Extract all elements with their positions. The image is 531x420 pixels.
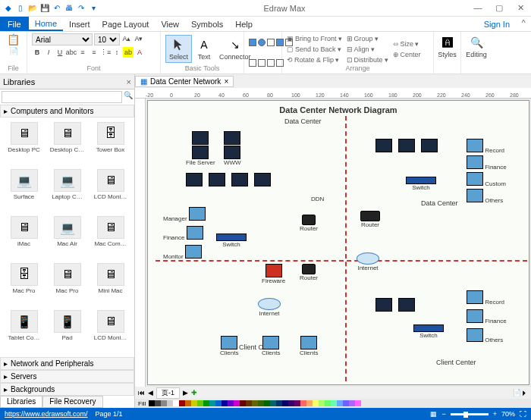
shape-item[interactable]: 📱Pad bbox=[46, 309, 88, 354]
minimize-button[interactable]: — bbox=[470, 3, 485, 13]
shape-item[interactable]: 🖥Desktop C… bbox=[46, 121, 88, 166]
signin-link[interactable]: Sign In bbox=[478, 17, 516, 31]
shape-item[interactable]: 🖥iMac bbox=[3, 215, 45, 260]
color-swatch[interactable] bbox=[270, 400, 276, 406]
add-page-icon[interactable]: ✚ bbox=[191, 389, 197, 396]
category-backgrounds[interactable]: ▸ Backgrounds bbox=[0, 383, 134, 396]
underline-button[interactable]: U bbox=[55, 47, 65, 58]
color-swatch[interactable] bbox=[222, 400, 228, 406]
size-button[interactable]: ⬄ Size ▾ bbox=[393, 39, 421, 49]
node-server-3[interactable] bbox=[186, 173, 203, 186]
node-record-br[interactable]: Record bbox=[467, 290, 504, 306]
clipboard-icon[interactable]: 📄 bbox=[9, 47, 18, 55]
decrease-font-icon[interactable]: A▾ bbox=[134, 33, 144, 44]
color-swatch[interactable] bbox=[319, 400, 325, 406]
color-swatch[interactable] bbox=[355, 400, 361, 406]
color-swatch[interactable] bbox=[209, 400, 215, 406]
close-button[interactable]: ✕ bbox=[513, 3, 528, 13]
doc-tab-close-icon[interactable]: × bbox=[224, 77, 228, 86]
node-finance-left[interactable]: Finance bbox=[163, 226, 203, 241]
tab-page-layout[interactable]: Page Layout bbox=[96, 17, 156, 31]
shape-item[interactable]: 🖥Mac Com… bbox=[90, 215, 131, 260]
align-button[interactable]: ⊟ Align ▾ bbox=[347, 44, 388, 54]
node-manager[interactable]: Manager bbox=[163, 207, 206, 222]
new-icon[interactable]: ▯ bbox=[15, 3, 26, 14]
node-server-tr2[interactable] bbox=[398, 139, 415, 152]
select-tool[interactable]: Select bbox=[165, 35, 192, 63]
send-to-back[interactable]: ▢ Send to Back ▾ bbox=[287, 44, 342, 54]
category-servers[interactable]: ▸ Servers bbox=[0, 370, 134, 383]
category-computers[interactable]: ▸ Computers and Monitors bbox=[0, 105, 134, 118]
color-swatch[interactable] bbox=[203, 400, 209, 406]
node-internet-left[interactable]: Internet bbox=[258, 298, 281, 317]
status-url[interactable]: https://www.edrawsoft.com/ bbox=[5, 410, 88, 418]
node-others-br[interactable]: Others bbox=[467, 328, 503, 343]
node-file-server[interactable]: File Server bbox=[186, 131, 215, 166]
maximize-button[interactable]: ▢ bbox=[492, 3, 507, 13]
editing-button[interactable]: 🔍 Editing bbox=[466, 33, 487, 60]
color-swatch[interactable] bbox=[325, 400, 331, 406]
styles-button[interactable]: 🅰 Styles bbox=[438, 33, 456, 60]
save-icon[interactable]: 💾 bbox=[39, 3, 50, 14]
node-fireware[interactable]: Fireware bbox=[262, 264, 285, 284]
page-tab-1[interactable]: 页-1 bbox=[156, 387, 180, 399]
redo-icon[interactable]: ↷ bbox=[76, 3, 86, 14]
tab-file[interactable]: File bbox=[0, 17, 29, 31]
color-swatch[interactable] bbox=[252, 400, 258, 406]
color-swatch[interactable] bbox=[337, 400, 343, 406]
shape-item[interactable]: 📱Tablet Co… bbox=[3, 309, 45, 354]
node-router-bottom[interactable]: Router bbox=[300, 264, 318, 281]
bullets-icon[interactable]: ⋮≡ bbox=[100, 47, 111, 58]
print-icon[interactable]: 🖶 bbox=[64, 3, 74, 14]
color-swatch[interactable] bbox=[197, 400, 203, 406]
align-center-icon[interactable]: ≡ bbox=[89, 47, 99, 58]
color-swatch[interactable] bbox=[149, 400, 155, 406]
color-swatch[interactable] bbox=[288, 400, 294, 406]
tab-symbols[interactable]: Symbols bbox=[185, 17, 229, 31]
node-monitor[interactable]: Monitor bbox=[163, 245, 202, 260]
node-www[interactable]: WWW bbox=[224, 131, 241, 166]
node-clients-3[interactable]: Clients bbox=[300, 336, 318, 356]
color-swatch[interactable] bbox=[306, 400, 313, 406]
color-swatch[interactable] bbox=[161, 400, 167, 406]
node-clients-2[interactable]: Clients bbox=[262, 336, 280, 356]
node-server-tr3[interactable] bbox=[421, 139, 438, 152]
shape-item[interactable]: 🖥LCD Moni… bbox=[90, 168, 131, 213]
search-icon[interactable]: 🔍 bbox=[124, 91, 133, 103]
distribute-button[interactable]: ⊡ Distribute ▾ bbox=[347, 55, 388, 64]
fit-page-icon[interactable]: ⛶ bbox=[520, 410, 526, 418]
font-size-select[interactable]: 10 bbox=[94, 33, 120, 45]
node-switch-br[interactable]: Switch bbox=[413, 324, 444, 339]
color-swatch[interactable] bbox=[191, 400, 197, 406]
node-switch-right[interactable]: Switch bbox=[406, 177, 436, 191]
node-custom-tr[interactable]: Custom bbox=[467, 172, 506, 187]
tab-help[interactable]: Help bbox=[229, 17, 259, 31]
canvas[interactable]: Data Center Network Diagram Data Center … bbox=[147, 100, 529, 385]
color-swatch[interactable] bbox=[264, 400, 270, 406]
node-others-tr[interactable]: Others bbox=[467, 189, 503, 204]
color-swatch[interactable] bbox=[331, 400, 337, 406]
color-swatch[interactable] bbox=[155, 400, 161, 406]
color-swatch[interactable] bbox=[282, 400, 288, 406]
node-finance-br[interactable]: Finance bbox=[467, 309, 507, 324]
center-button[interactable]: ⊕ Center bbox=[393, 49, 421, 59]
shape-item[interactable]: 🗄Mac Pro bbox=[3, 262, 45, 307]
open-icon[interactable]: 📂 bbox=[27, 3, 38, 14]
align-left-icon[interactable]: ≡ bbox=[77, 47, 88, 58]
color-swatch[interactable] bbox=[294, 400, 300, 406]
ribbon-collapse-icon[interactable]: ^ bbox=[516, 17, 531, 31]
color-swatch[interactable] bbox=[349, 400, 355, 406]
page-nav-next-icon[interactable]: ▶ bbox=[183, 389, 188, 396]
shape-item[interactable]: 💻Laptop C… bbox=[46, 168, 88, 213]
node-switch-left[interactable]: Switch bbox=[216, 234, 247, 248]
shape-item[interactable]: 🖥Desktop PC bbox=[3, 121, 45, 166]
zoom-slider[interactable] bbox=[451, 413, 489, 415]
node-server-tr1[interactable] bbox=[375, 139, 392, 152]
dropdown-icon[interactable]: ▾ bbox=[88, 3, 99, 14]
rotate-flip[interactable]: ⟲ Rotate & Flip ▾ bbox=[287, 55, 342, 64]
tab-insert[interactable]: Insert bbox=[63, 17, 96, 31]
node-server-br2[interactable] bbox=[398, 298, 415, 312]
shape-item[interactable]: 🖥LCD Moni… bbox=[90, 309, 131, 354]
page-nav-first-icon[interactable]: ⏮ bbox=[138, 389, 145, 396]
node-clients-1[interactable]: Clients bbox=[220, 336, 238, 356]
